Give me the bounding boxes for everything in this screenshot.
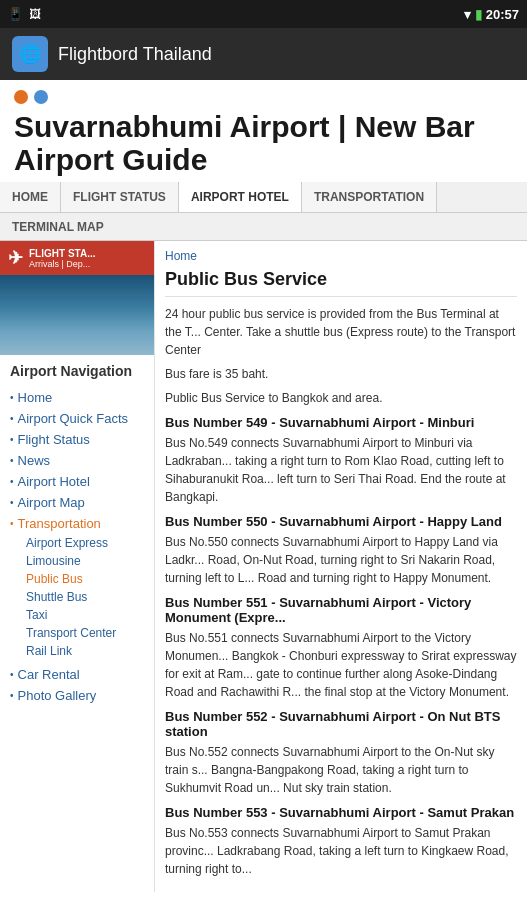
nav-section: Airport Navigation • Home • Airport Quic… (0, 355, 154, 714)
wifi-icon: ▾ (464, 7, 471, 22)
flight-status-label: FLIGHT STA... Arrivals | Dep... (29, 248, 95, 269)
app-title: Flightbord Thailand (58, 44, 212, 65)
content-area: Home Public Bus Service 24 hour public b… (155, 241, 527, 892)
main-content: ✈ FLIGHT STA... Arrivals | Dep... Airpor… (0, 241, 527, 892)
sidebar-item-car-rental[interactable]: • Car Rental (10, 664, 144, 685)
sub-nav-limousine[interactable]: Limousine (26, 552, 144, 570)
tab-bar: HOME FLIGHT STATUS AIRPORT HOTEL TRANSPO… (0, 182, 527, 213)
sidebar-item-transportation[interactable]: • Transportation (10, 513, 144, 534)
image-icon: 🖼 (29, 7, 41, 21)
bullet-transportation: • (10, 518, 14, 529)
tab-airport-hotel[interactable]: AIRPORT HOTEL (179, 182, 302, 212)
bullet-quick-facts: • (10, 413, 14, 424)
bus-553-body: Bus No.553 connects Suvarnabhumi Airport… (165, 824, 517, 878)
sidebar-item-quick-facts[interactable]: • Airport Quick Facts (10, 408, 144, 429)
content-body: 24 hour public bus service is provided f… (165, 305, 517, 878)
fare-text: Bus fare is 35 baht. (165, 365, 517, 383)
bus-550-body: Bus No.550 connects Suvarnabhumi Airport… (165, 533, 517, 587)
bus-552-body: Bus No.552 connects Suvarnabhumi Airport… (165, 743, 517, 797)
dot-orange (14, 90, 28, 104)
sidebar-item-home[interactable]: • Home (10, 387, 144, 408)
time: 20:57 (486, 7, 519, 22)
content-title: Public Bus Service (165, 269, 517, 297)
flight-status-box[interactable]: ✈ FLIGHT STA... Arrivals | Dep... (0, 241, 154, 275)
dot-blue (34, 90, 48, 104)
status-bar-right: ▾ ▮ 20:57 (464, 7, 519, 22)
bus-550-header: Bus Number 550 - Suvarnabhumi Airport - … (165, 514, 517, 529)
bullet-flight-status: • (10, 434, 14, 445)
tab-bar-2: TERMINAL MAP (0, 213, 527, 241)
tab-transportation[interactable]: TRANSPORTATION (302, 182, 437, 212)
breadcrumb[interactable]: Home (165, 249, 517, 263)
header-dots (14, 90, 513, 104)
sub-nav-transport-center[interactable]: Transport Center (26, 624, 144, 642)
sidebar-item-airport-hotel[interactable]: • Airport Hotel (10, 471, 144, 492)
sub-nav-taxi[interactable]: Taxi (26, 606, 144, 624)
flight-icon: ✈ (8, 247, 23, 269)
bus-549-body: Bus No.549 connects Suvarnabhumi Airport… (165, 434, 517, 506)
status-bar: 📱 🖼 ▾ ▮ 20:57 (0, 0, 527, 28)
nav-title: Airport Navigation (10, 363, 144, 379)
bullet-news: • (10, 455, 14, 466)
intro-text: 24 hour public bus service is provided f… (165, 305, 517, 359)
sidebar-item-airport-map[interactable]: • Airport Map (10, 492, 144, 513)
tab-home[interactable]: HOME (0, 182, 61, 212)
bullet-car-rental: • (10, 669, 14, 680)
globe-icon: 🌐 (19, 43, 41, 65)
bus-551-body: Bus No.551 connects Suvarnabhumi Airport… (165, 629, 517, 701)
sub-nav-rail-link[interactable]: Rail Link (26, 642, 144, 660)
service-area-text: Public Bus Service to Bangkok and area. (165, 389, 517, 407)
page-title: Suvarnabhumi Airport | New Bar Airport G… (14, 110, 513, 176)
bullet-home: • (10, 392, 14, 403)
status-bar-left: 📱 🖼 (8, 7, 41, 21)
bus-551-header: Bus Number 551 - Suvarnabhumi Airport - … (165, 595, 517, 625)
sidebar-item-news[interactable]: • News (10, 450, 144, 471)
bullet-photo-gallery: • (10, 690, 14, 701)
bus-553-header: Bus Number 553 - Suvarnabhumi Airport - … (165, 805, 517, 820)
sidebar-item-photo-gallery[interactable]: • Photo Gallery (10, 685, 144, 706)
battery-icon: ▮ (475, 7, 482, 22)
flight-status-image (0, 275, 154, 355)
bus-549-header: Bus Number 549 - Suvarnabhumi Airport - … (165, 415, 517, 430)
sidebar-item-flight-status[interactable]: • Flight Status (10, 429, 144, 450)
tab-terminal-map[interactable]: TERMINAL MAP (12, 220, 104, 234)
phone-icon: 📱 (8, 7, 23, 21)
sub-nav-shuttle-bus[interactable]: Shuttle Bus (26, 588, 144, 606)
sidebar: ✈ FLIGHT STA... Arrivals | Dep... Airpor… (0, 241, 155, 892)
app-bar: 🌐 Flightbord Thailand (0, 28, 527, 80)
app-icon: 🌐 (12, 36, 48, 72)
page-header: Suvarnabhumi Airport | New Bar Airport G… (0, 80, 527, 182)
sub-nav-public-bus[interactable]: Public Bus (26, 570, 144, 588)
bus-552-header: Bus Number 552 - Suvarnabhumi Airport - … (165, 709, 517, 739)
bullet-airport-hotel: • (10, 476, 14, 487)
sub-nav-transportation: Airport Express Limousine Public Bus Shu… (10, 534, 144, 660)
bullet-airport-map: • (10, 497, 14, 508)
sub-nav-airport-express[interactable]: Airport Express (26, 534, 144, 552)
tab-flight-status[interactable]: FLIGHT STATUS (61, 182, 179, 212)
